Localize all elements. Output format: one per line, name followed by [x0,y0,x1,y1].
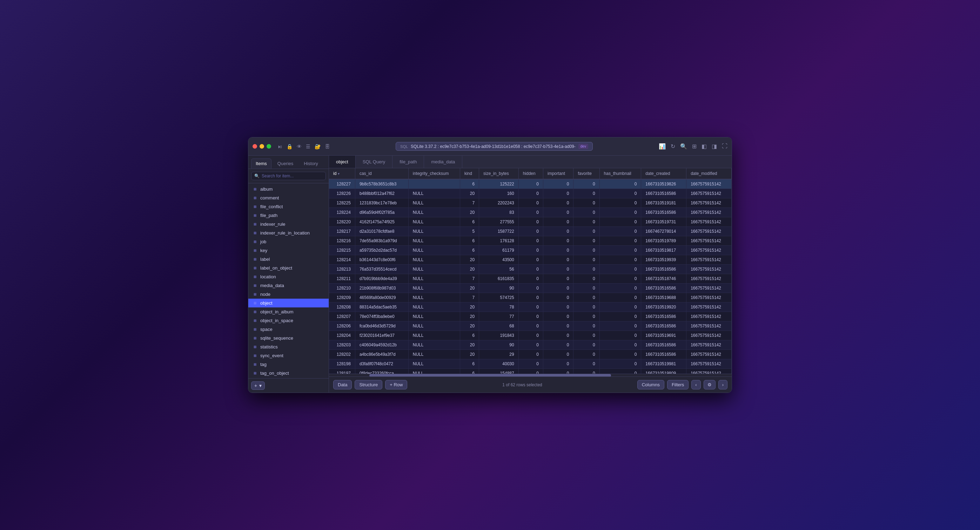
add-row-button[interactable]: + Row [385,380,407,389]
col-header-integrity_checksum[interactable]: integrity_checksum [408,168,460,179]
search-icon[interactable]: 🔍 [680,143,687,150]
tab-items[interactable]: Items [251,159,272,168]
table-row[interactable]: 128215a59735b2d2dac57dNULL66117900001667… [329,246,732,255]
table-row[interactable]: 12821021b908f68b987d03NULL20900000166731… [329,284,732,293]
horizontal-scrollbar[interactable] [329,374,732,376]
sidebar-item-node[interactable]: ⊞ node [248,290,329,299]
data-grid-container[interactable]: id▾cas_idintegrity_checksumkindsize_in_b… [329,168,732,374]
col-header-important[interactable]: important [543,168,573,179]
col-header-hidden[interactable]: hidden [519,168,543,179]
cell-id: 128208 [329,303,355,312]
settings-button[interactable]: ⚙ [703,380,716,389]
database-icon[interactable]: 🗄 [325,144,330,149]
tab-object[interactable]: object [329,156,356,168]
col-header-id[interactable]: id▾ [329,168,355,179]
col-header-favorite[interactable]: favorite [573,168,600,179]
table-row[interactable]: 12820888314a5dac5aeb35NULL20780000166731… [329,303,732,312]
cell-integrity_checksum: NULL [408,293,460,303]
table-row[interactable]: 1281970f8dec733260fccaNULL61548870000166… [329,369,732,374]
table-row[interactable]: 128203c406049a4592d12bNULL20900000166731… [329,340,732,350]
columns-button[interactable]: Columns [637,380,664,389]
table-row[interactable]: 1282279b8c578b3651c8b3612522200001667310… [329,179,732,189]
eye-icon[interactable]: 👁 [297,144,302,149]
table-row[interactable]: 128198d3fa8f07f48c0472NULL64003000001667… [329,359,732,369]
table-row[interactable]: 12820946569fa80de00929NULL75747250000166… [329,293,732,303]
sidebar-item-indexer_rule_in_location[interactable]: ⊞ indexer_rule_in_location [248,229,329,237]
filters-button[interactable]: Filters [667,380,689,389]
sidebar-left-icon[interactable]: ◧ [702,143,707,150]
table-row[interactable]: 1282251231839bc17e78ebNULL72202243000016… [329,198,732,208]
columns-icon[interactable]: ⊞ [692,143,697,150]
table-row[interactable]: 128217d2a310178cfdfae8NULL51587722000016… [329,227,732,236]
minimize-button[interactable] [259,144,264,149]
sidebar-item-location[interactable]: ⊞ location [248,272,329,281]
table-icon: ⊞ [253,231,258,236]
sidebar-item-indexer_rule[interactable]: ⊞ indexer_rule [248,220,329,229]
table-row[interactable]: 128204f230201641ef9e37NULL61918430000166… [329,331,732,340]
table-row[interactable]: 128206fca0bd46d3d5729dNULL20680000166731… [329,321,732,331]
add-item-button[interactable]: + ▾ [251,381,265,390]
sidebar-item-space[interactable]: ⊞ space [248,325,329,334]
table-row[interactable]: 1282204162f1475a74f925NULL62775550000166… [329,217,732,227]
tab-queries[interactable]: Queries [273,159,298,168]
col-header-kind[interactable]: kind [460,168,479,179]
tab-media_data[interactable]: media_data [424,156,462,168]
sidebar-item-sqlite_sequence[interactable]: ⊞ sqlite_sequence [248,334,329,343]
sidebar-item-object_in_space[interactable]: ⊞ object_in_space [248,316,329,325]
sidebar-item-file_path[interactable]: ⊞ file_path [248,211,329,220]
lock-icon[interactable]: 🔒 [286,144,293,149]
col-header-cas_id[interactable]: cas_id [355,168,408,179]
cell-date_modified: 1667575915142 [686,293,732,303]
sidebar-item-tag[interactable]: ⊞ tag [248,360,329,369]
sidebar-item-tag_on_object[interactable]: ⊞ tag_on_object [248,369,329,378]
table-row[interactable]: 128202a4bc86e5b49a3f7dNULL20290000166731… [329,350,732,359]
refresh-icon[interactable]: ↻ [671,143,675,150]
next-page-button[interactable]: › [718,380,727,389]
cell-important: 0 [543,274,573,284]
list-icon[interactable]: ☰ [306,144,310,149]
table-row[interactable]: 128214b361443d7c8e00f6NULL20435000000166… [329,255,732,265]
data-button[interactable]: Data [333,380,352,389]
cell-date_created: 1667310516586 [641,189,686,198]
table-row[interactable]: 128211d7b919bbb9de4a39NULL76161835000016… [329,274,732,284]
structure-button[interactable]: Structure [355,380,382,389]
sidebar-item-label_on_object[interactable]: ⊞ label_on_object [248,263,329,272]
table-row[interactable]: 12821376a537d35514cecdNULL20560000166731… [329,265,732,274]
cell-size_in_bytes: 176128 [479,236,519,246]
cell-kind: 20 [460,284,479,293]
sidebar-item-media_data[interactable]: ⊞ media_data [248,281,329,290]
col-header-date_created[interactable]: date_created [641,168,686,179]
sidebar-right-icon[interactable]: ◨ [712,143,717,150]
sidebar-item-key[interactable]: ⊞ key [248,246,329,255]
sidebar-item-comment[interactable]: ⊞ comment [248,194,329,202]
tab-file_path[interactable]: file_path [393,156,424,168]
close-button[interactable] [253,144,257,149]
chart-icon[interactable]: 📊 [659,143,666,150]
col-header-date_modified[interactable]: date_modified [686,168,732,179]
podcast-icon[interactable]: ⏯ [277,144,282,149]
cell-integrity_checksum: NULL [408,340,460,350]
cell-date_modified: 1667575915142 [686,189,732,198]
sidebar-item-object_in_album[interactable]: ⊞ object_in_album [248,308,329,316]
sidebar-item-job[interactable]: ⊞ job [248,237,329,246]
table-row[interactable]: 12820778e074ff3ba9ebe0NULL20770000166731… [329,312,732,321]
security-icon[interactable]: 🔐 [315,144,321,149]
tab-history[interactable]: History [299,159,322,168]
maximize-button[interactable] [267,144,271,149]
prev-page-button[interactable]: ‹ [691,380,700,389]
tab-sql-query[interactable]: SQL Query [356,156,393,168]
sidebar-item-sync_event[interactable]: ⊞ sync_event [248,351,329,360]
sidebar-item-label[interactable]: ⊞ label [248,255,329,263]
search-box[interactable]: 🔍 Search for item... [251,172,326,180]
table-row[interactable]: 1282167de55a983b1a979dNULL61761280000166… [329,236,732,246]
col-header-size_in_bytes[interactable]: size_in_bytes [479,168,519,179]
sidebar-item-statistics[interactable]: ⊞ statistics [248,343,329,351]
table-row[interactable]: 128224d96a59d4f02f785aNULL20830000166731… [329,208,732,217]
sidebar-item-object[interactable]: ⊞ object [248,299,329,308]
sidebar-item-file_conflict[interactable]: ⊞ file_conflict [248,202,329,211]
fullscreen-icon[interactable]: ⛶ [722,143,727,150]
table-row[interactable]: 128226b488bbf012a47f62NULL20160000016673… [329,189,732,198]
cell-integrity_checksum: NULL [408,369,460,374]
col-header-has_thumbnail[interactable]: has_thumbnail [600,168,641,179]
sidebar-item-album[interactable]: ⊞ album [248,185,329,194]
